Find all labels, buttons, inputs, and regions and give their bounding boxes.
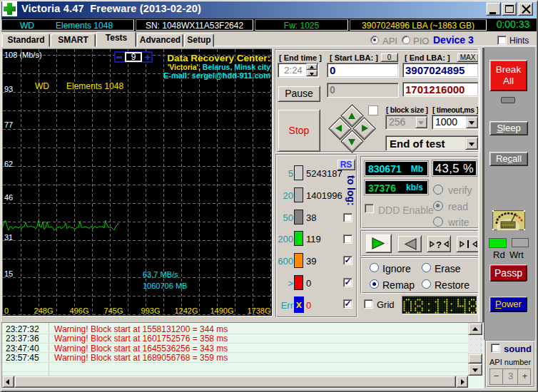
svg-text:15: 15 bbox=[4, 269, 13, 278]
svg-text:31: 31 bbox=[4, 233, 13, 242]
svg-text:Elements 1048: Elements 1048 bbox=[66, 81, 123, 91]
svg-text:108 (Mb/s): 108 (Mb/s) bbox=[4, 51, 42, 59]
svg-text:62: 62 bbox=[4, 160, 13, 168]
svg-text:'Victoria', Belarus, Minsk cit: 'Victoria', Belarus, Minsk city bbox=[168, 63, 270, 71]
svg-text:Data Recovery Center:: Data Recovery Center: bbox=[167, 53, 270, 63]
svg-text:?: ? bbox=[436, 239, 442, 250]
svg-text:E-mail: sergei@hdd-911.com: E-mail: sergei@hdd-911.com bbox=[163, 71, 270, 80]
svg-text:46: 46 bbox=[4, 193, 13, 202]
svg-text:0: 0 bbox=[4, 306, 9, 315]
svg-text:WD: WD bbox=[35, 81, 49, 91]
svg-text:1060706 MB: 1060706 MB bbox=[143, 282, 187, 290]
svg-text:496G: 496G bbox=[70, 306, 89, 315]
svg-text:993G: 993G bbox=[141, 306, 161, 315]
svg-text:93: 93 bbox=[4, 85, 13, 93]
svg-text:1738G: 1738G bbox=[247, 306, 270, 315]
svg-text:1242G: 1242G bbox=[174, 306, 198, 315]
svg-text:63,7 MB/s: 63,7 MB/s bbox=[143, 270, 178, 279]
svg-text:248G: 248G bbox=[34, 306, 54, 315]
svg-text:745G: 745G bbox=[104, 306, 123, 315]
svg-text:1490G: 1490G bbox=[210, 306, 233, 315]
svg-text:77: 77 bbox=[4, 120, 13, 129]
